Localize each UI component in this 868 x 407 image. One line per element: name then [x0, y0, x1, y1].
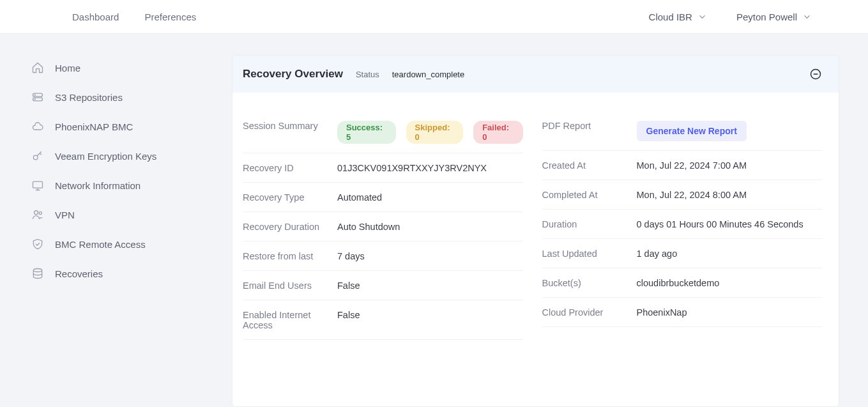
home-icon [31, 61, 45, 75]
row-last-updated: Last Updated 1 day ago [542, 239, 823, 268]
sidebar-item-s3[interactable]: S3 Repositories [31, 82, 232, 112]
row-label: Bucket(s) [542, 278, 637, 288]
sidebar-item-label: VPN [55, 210, 75, 220]
row-completed-at: Completed At Mon, Jul 22, 2024 8:00 AM [542, 180, 823, 210]
row-label: Recovery Type [243, 192, 337, 203]
row-pdf-report: PDF Report Generate New Report [542, 121, 823, 151]
panel-title-group: Recovery Overview Status teardown_comple… [243, 68, 464, 81]
row-buckets: Bucket(s) cloudibrbucketdemo [542, 268, 823, 298]
svg-point-7 [39, 211, 42, 214]
database-icon [31, 266, 45, 280]
row-value: Mon, Jul 22, 2024 7:00 AM [637, 160, 823, 171]
svg-point-8 [33, 269, 42, 272]
svg-point-6 [34, 211, 38, 215]
generate-report-button[interactable]: Generate New Report [637, 121, 747, 141]
row-value: False [337, 280, 523, 291]
nav-user-dropdown[interactable]: Peyton Powell [736, 12, 811, 22]
row-label: Completed At [542, 190, 637, 200]
users-icon [31, 208, 45, 222]
status-label: Status [356, 70, 379, 79]
row-value: 7 days [337, 251, 523, 261]
row-value: False [337, 310, 523, 330]
sidebar-item-label: BMC Remote Access [55, 239, 146, 250]
panel-header: Recovery Overview Status teardown_comple… [232, 56, 839, 93]
content-panel: Recovery Overview Status teardown_comple… [232, 55, 839, 407]
row-cloud-provider: Cloud Provider PhoenixNap [542, 298, 823, 327]
row-created-at: Created At Mon, Jul 22, 2024 7:00 AM [542, 151, 823, 180]
skipped-badge: Skipped: 0 [406, 121, 464, 144]
panel-title: Recovery Overview [243, 68, 343, 81]
left-column: Session Summary Success: 5 Skipped: 0 Fa… [243, 121, 523, 340]
nav-org-label: Cloud IBR [649, 12, 692, 22]
row-label: Restore from last [243, 251, 337, 261]
row-value: Automated [337, 192, 523, 203]
row-enabled-internet: Enabled Internet Access False [243, 300, 523, 340]
row-value: 0 days 01 Hours 00 Minutes 46 Seconds [637, 219, 823, 229]
row-label: PDF Report [542, 121, 637, 141]
nav-org-dropdown[interactable]: Cloud IBR [649, 12, 706, 22]
right-column: PDF Report Generate New Report Created A… [542, 121, 823, 340]
row-value: 1 day ago [637, 249, 823, 259]
svg-point-3 [34, 99, 35, 100]
success-badge: Success: 5 [337, 121, 396, 144]
shield-icon [31, 237, 45, 251]
row-value: cloudibrbucketdemo [637, 278, 823, 288]
sidebar-item-bmc-remote[interactable]: BMC Remote Access [31, 229, 232, 259]
key-icon [31, 149, 45, 163]
sidebar-item-recoveries[interactable]: Recoveries [31, 259, 232, 288]
row-recovery-duration: Recovery Duration Auto Shutdown [243, 212, 523, 242]
badges: Success: 5 Skipped: 0 Failed: 0 [337, 121, 523, 144]
sidebar-item-label: Network Information [55, 180, 141, 191]
collapse-icon[interactable] [809, 68, 822, 81]
status-value: teardown_complete [392, 70, 464, 79]
row-label: Duration [542, 219, 637, 229]
nav-preferences[interactable]: Preferences [144, 12, 196, 22]
sidebar-item-label: S3 Repositories [55, 92, 123, 103]
row-restore-from-last: Restore from last 7 days [243, 242, 523, 271]
row-session-summary: Session Summary Success: 5 Skipped: 0 Fa… [243, 121, 523, 153]
svg-rect-5 [33, 181, 43, 188]
cloud-icon [31, 119, 45, 134]
row-email-end-users: Email End Users False [243, 271, 523, 300]
sidebar-item-label: Recoveries [55, 268, 103, 279]
row-value: Auto Shutdown [337, 222, 523, 232]
row-label: Enabled Internet Access [243, 310, 337, 330]
disk-icon [31, 90, 45, 104]
sidebar-item-home[interactable]: Home [31, 53, 232, 82]
row-label: Created At [542, 160, 637, 171]
chevron-down-icon [803, 13, 811, 20]
row-recovery-type: Recovery Type Automated [243, 183, 523, 212]
row-label: Last Updated [542, 249, 637, 259]
panel-body: Session Summary Success: 5 Skipped: 0 Fa… [232, 93, 839, 340]
sidebar: Home S3 Repositories PhoenixNAP BMC Veea… [0, 34, 232, 407]
sidebar-item-label: PhoenixNAP BMC [55, 121, 133, 132]
monitor-icon [31, 178, 45, 192]
row-value: Generate New Report [637, 121, 823, 141]
sidebar-item-phoenixnap[interactable]: PhoenixNAP BMC [31, 112, 232, 141]
row-value: 01J3CKV091X9RTXXYJY3RV2NYX [337, 163, 523, 173]
sidebar-item-vpn[interactable]: VPN [31, 200, 232, 229]
row-value: PhoenixNap [637, 307, 823, 318]
row-label: Session Summary [243, 121, 337, 144]
sidebar-item-network[interactable]: Network Information [31, 171, 232, 200]
row-label: Email End Users [243, 280, 337, 291]
top-nav-right: Cloud IBR Peyton Powell [649, 12, 811, 22]
row-value: Success: 5 Skipped: 0 Failed: 0 [337, 121, 523, 144]
main-container: Home S3 Repositories PhoenixNAP BMC Veea… [0, 34, 868, 407]
chevron-down-icon [699, 13, 706, 20]
row-label: Cloud Provider [542, 307, 637, 318]
top-nav: Dashboard Preferences Cloud IBR Peyton P… [0, 0, 868, 34]
svg-point-4 [33, 155, 38, 160]
row-value: Mon, Jul 22, 2024 8:00 AM [637, 190, 823, 200]
nav-user-label: Peyton Powell [736, 12, 797, 22]
row-label: Recovery Duration [243, 222, 337, 232]
row-duration: Duration 0 days 01 Hours 00 Minutes 46 S… [542, 210, 823, 239]
nav-dashboard[interactable]: Dashboard [72, 12, 119, 22]
sidebar-item-label: Home [55, 63, 80, 73]
sidebar-item-encryption[interactable]: Veeam Encryption Keys [31, 141, 232, 171]
svg-point-2 [34, 95, 35, 95]
top-nav-left: Dashboard Preferences [72, 12, 196, 22]
row-label: Recovery ID [243, 163, 337, 173]
failed-badge: Failed: 0 [473, 121, 522, 144]
sidebar-item-label: Veeam Encryption Keys [55, 151, 156, 162]
